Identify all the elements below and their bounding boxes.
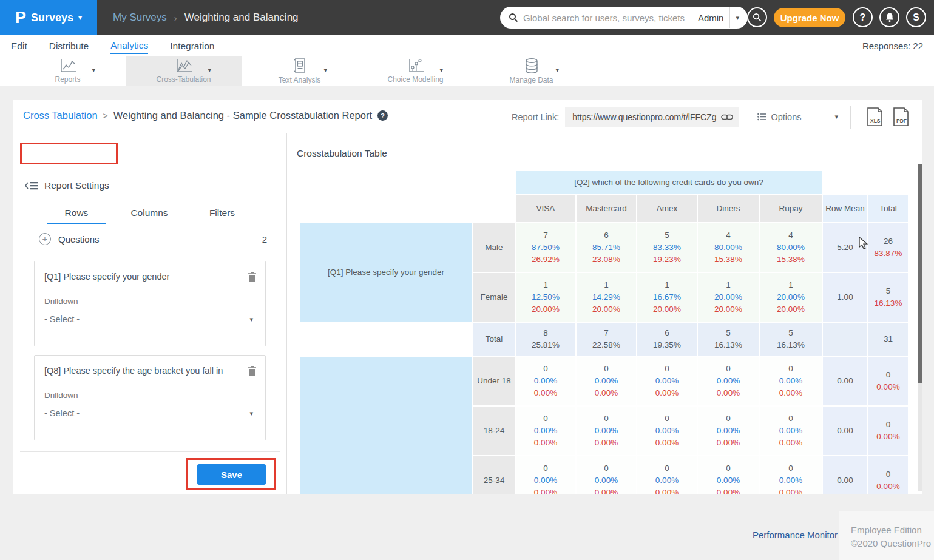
drilldown-select[interactable]: - Select - ▾ [44,408,255,422]
global-search-box[interactable]: Admin ▾ [500,7,748,29]
toolbar-item-choice-modelling[interactable]: ▾ Choice Modelling [357,56,473,86]
chevron-down-icon[interactable]: ▾ [249,315,253,323]
search-divider [729,7,730,28]
crosstab-cell: 00.00%0.00% [760,357,822,405]
avatar-button[interactable]: S [906,7,926,27]
trash-icon[interactable] [248,366,257,377]
export-pdf-icon[interactable]: PDF [893,107,909,126]
link-icon[interactable] [721,113,733,121]
save-button[interactable]: Save [197,464,266,485]
scrollbar-thumb[interactable] [918,164,922,383]
crosstab-cell: 00.00%0.00% [698,357,759,405]
crosstab-cell: 00.00%0.00% [698,456,759,494]
search-input[interactable] [523,13,694,23]
tab-edit[interactable]: Edit [11,38,27,53]
chevron-down-icon[interactable]: ▾ [208,66,211,74]
crosstab-cell: 00.00%0.00% [637,407,697,455]
svg-text:XLS: XLS [870,118,881,124]
crosstab-cell: 00.00%0.00% [760,407,822,455]
help-icon[interactable]: ? [377,110,388,121]
chevron-down-icon[interactable]: ▾ [439,66,443,74]
crosstab-row-header: 18-24 [473,407,515,455]
tab-integration[interactable]: Integration [170,38,214,53]
crosstab-cell: 00.00%0.00% [577,357,636,405]
upgrade-now-button[interactable]: Upgrade Now [774,8,845,27]
crosstab-cell: 516.13% [760,323,822,356]
report-settings-toggle[interactable]: Report Settings [25,180,109,191]
report-link-field[interactable]: https://www.questionpro.com/t/lFFCZg [565,107,739,127]
toolbar-item-reports[interactable]: ▾ Reports [10,56,126,86]
crosstab-cell: 00.00%0.00% [698,407,759,455]
report-settings-panel: Report Settings Rows Columns Filters + Q… [13,133,287,494]
crosstab-row-header: Under 18 [473,357,515,405]
chevron-down-icon[interactable]: ▾ [555,66,559,74]
options-label: Options [771,112,801,122]
tab-columns[interactable]: Columns [113,204,186,224]
cross-tabulation-link[interactable]: Cross Tabulation [23,110,98,121]
surveys-menu-button[interactable]: P Surveys ▾ [0,0,97,35]
tab-filters[interactable]: Filters [186,204,259,224]
chevron-down-icon[interactable]: ▾ [323,66,327,74]
crosstab-cell: 619.35% [637,323,697,356]
breadcrumb-separator-icon: > [103,111,108,121]
help-button[interactable]: ? [853,7,873,27]
toolbar-divider [850,106,851,129]
report-link-url[interactable]: https://www.questionpro.com/t/lFFCZg [572,112,716,122]
performance-monitor-link[interactable]: Performance Monitor [753,530,838,540]
scrollbar-track[interactable] [918,382,922,491]
crosstab-table: [Q2] which of the following credit cards… [299,170,909,494]
export-xls-icon[interactable]: XLS [867,107,883,126]
crosstab-total-cell: 00.00% [868,357,908,405]
chevron-down-icon[interactable]: ▾ [92,66,95,74]
crosstab-total-cell: 2683.87% [868,223,908,272]
list-icon [757,113,766,121]
chevron-down-icon: ▾ [78,13,82,22]
crosstab-row-header: Total [473,323,515,356]
crosstab-cell: 114.29%20.00% [577,273,636,322]
questions-count: 2 [262,234,267,245]
crosstab-column-header: VISA [516,195,575,222]
settings-tabs: Rows Columns Filters [29,204,267,224]
survey-nav-row: Edit Distribute Analytics Integration Re… [0,35,934,56]
toolbar-item-label: Reports [55,75,80,84]
crosstab-cell: 685.71%23.08% [577,223,636,272]
report-settings-label: Report Settings [44,180,109,191]
notifications-button[interactable] [879,7,899,27]
search-submit-button[interactable] [747,7,767,27]
chevron-down-icon[interactable]: ▾ [834,113,838,121]
breadcrumb-separator-icon: › [174,13,177,23]
tab-rows[interactable]: Rows [40,204,113,224]
search-scope-selector[interactable]: Admin [698,13,724,23]
responses-count: Responses: 22 [862,41,923,51]
drilldown-select[interactable]: - Select - ▾ [44,314,255,328]
crosstab-total-cell: 31 [868,323,908,356]
tab-distribute[interactable]: Distribute [49,38,89,53]
chevron-down-icon[interactable]: ▾ [249,410,253,417]
crosstab-total-cell: 00.00% [868,407,908,455]
crosstab-cell: 00.00%0.00% [577,456,636,494]
svg-text:PDF: PDF [896,118,907,124]
question-card-q8: [Q8] Please specify the age bracket you … [34,355,266,440]
crosstab-table-area: [Q2] which of the following credit cards… [299,170,912,494]
crosstab-row-question: [Q1] Please specify your gender [300,223,472,322]
drilldown-select-value: - Select - [44,314,80,324]
edition-info: Employee Edition ©2020 QuestionPro [839,511,934,560]
options-dropdown[interactable]: Options ▾ [757,112,841,122]
report-card: Cross Tabulation > Weighting and Balanci… [13,100,922,494]
breadcrumb-current-survey: Weighting and Balancing [184,12,299,24]
top-header-bar: P Surveys ▾ My Surveys › Weighting and B… [0,0,934,35]
toolbar-item-cross-tabulation[interactable]: ▾ Cross-Tabulation [126,56,242,86]
breadcrumb-my-surveys[interactable]: My Surveys [113,12,167,24]
search-scope-caret-icon[interactable]: ▾ [736,14,739,22]
crosstab-row-mean-cell [823,323,867,356]
add-question-button[interactable]: + [39,233,51,245]
report-link-label: Report Link: [512,112,559,122]
report-header-bar: Cross Tabulation > Weighting and Balanci… [13,100,922,133]
toolbar-item-text-analysis[interactable]: ▾ Text Analysis [242,56,357,86]
mouse-cursor [859,237,871,250]
crosstab-cell: 120.00%20.00% [698,273,759,322]
tab-analytics[interactable]: Analytics [110,37,148,54]
toolbar-item-manage-data[interactable]: ▾ Manage Data [473,56,589,86]
trash-icon[interactable] [248,272,257,283]
questions-label: Questions [58,234,100,245]
